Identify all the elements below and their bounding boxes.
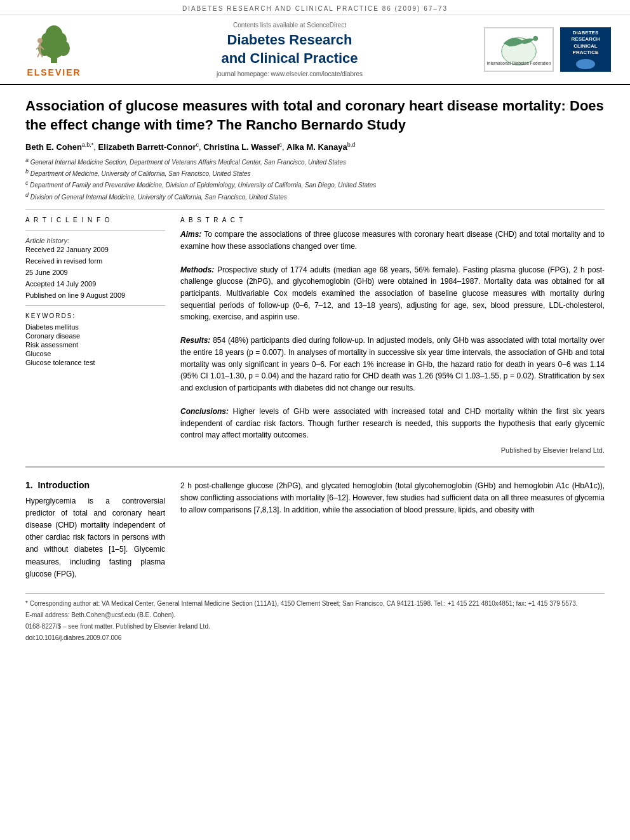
keywords-divider — [25, 305, 165, 306]
copyright-footnote: 0168-8227/$ – see front matter. Publishe… — [25, 622, 605, 632]
author-3-sup: c — [279, 142, 283, 148]
abstract-col: A B S T R A C T Aims: To compare the ass… — [180, 217, 605, 454]
abstract-heading: A B S T R A C T — [180, 217, 605, 223]
article-body: Association of glucose measures with tot… — [0, 85, 630, 657]
elsevier-logo-block: ELSEVIER — [13, 22, 95, 77]
abstract-text: Aims: To compare the associations of thr… — [180, 229, 605, 441]
elsevier-wordmark: ELSEVIER — [27, 67, 81, 77]
published-value: Published on line 9 August 2009 — [25, 291, 165, 299]
affil-c: c Department of Family and Preventive Me… — [25, 179, 605, 190]
journal-homepage: journal homepage: www.elsevier.com/locat… — [108, 70, 471, 77]
svg-point-15 — [533, 36, 538, 41]
divider-1 — [25, 210, 605, 210]
affil-b: b Department of Medicine, University of … — [25, 168, 605, 178]
drcp-logo: DIABETES RESEARCH CLINICAL PRACTICE — [560, 27, 611, 72]
keyword-3: Risk assessment — [25, 341, 165, 349]
elsevier-logo: ELSEVIER — [27, 22, 81, 77]
author-3: Christina L. Wassel — [203, 143, 279, 152]
svg-text:International Diabetes Federat: International Diabetes Federation — [487, 61, 551, 65]
article-info-col: A R T I C L E I N F O Article history: R… — [25, 217, 165, 454]
keyword-4: Glucose — [25, 350, 165, 357]
drcp-circle-icon — [576, 59, 595, 69]
results-label: Results: — [180, 336, 210, 345]
results-text: 854 (48%) participants died during follo… — [180, 336, 605, 392]
corresponding-footnote: * Corresponding author at: VA Medical Ce… — [25, 599, 605, 609]
affiliations: a General Internal Medicine Section, Dep… — [25, 156, 605, 202]
conclusions-text: Higher levels of GHb were associated wit… — [180, 407, 605, 439]
article-info-heading: A R T I C L E I N F O — [25, 217, 165, 223]
page: DIABETES RESEARCH AND CLINICAL PRACTICE … — [0, 0, 630, 840]
published-by: Published by Elsevier Ireland Ltd. — [180, 446, 605, 454]
accepted-value: Accepted 14 July 2009 — [25, 280, 165, 288]
intro-paragraph-1: Hyperglycemia is a controversial predict… — [25, 495, 165, 580]
email-footnote: E-mail address: Beth.Cohen@ucsf.edu (B.E… — [25, 610, 605, 620]
sciencedirect-note: Contents lists available at ScienceDirec… — [108, 22, 471, 29]
aims-label: Aims: — [180, 230, 201, 239]
article-info-abstract: A R T I C L E I N F O Article history: R… — [25, 217, 605, 454]
journal-title-block: Contents lists available at ScienceDirec… — [95, 22, 484, 77]
section-title: 1. Introduction — [25, 480, 165, 490]
revised-date: 25 June 2009 — [25, 269, 165, 276]
author-4: Alka M. Kanaya — [286, 143, 347, 152]
authors-line: Beth E. Cohena,b,*, Elizabeth Barrett-Co… — [25, 142, 605, 152]
affil-d: d Division of General Internal Medicine,… — [25, 191, 605, 202]
right-logos: International Diabetes Federation DIABET… — [484, 27, 611, 72]
revised-label: Received in revised form — [25, 257, 165, 265]
article-title: Association of glucose measures with tot… — [25, 97, 605, 134]
affil-a: a General Internal Medicine Section, Dep… — [25, 156, 605, 167]
journal-header-text: DIABETES RESEARCH AND CLINICAL PRACTICE … — [182, 5, 448, 12]
drcp-logo-text: DIABETES RESEARCH CLINICAL PRACTICE — [563, 30, 608, 57]
svg-point-6 — [57, 33, 67, 46]
idf-bird-icon: International Diabetes Federation — [485, 28, 553, 71]
svg-point-5 — [41, 33, 51, 46]
keyword-2: Coronary disease — [25, 332, 165, 340]
intro-right: 2 h post-challenge glucose (2hPG), and g… — [180, 480, 605, 580]
journal-header-bar: DIABETES RESEARCH AND CLINICAL PRACTICE … — [0, 0, 630, 15]
idf-logo: International Diabetes Federation — [484, 27, 554, 72]
intro-left: 1. Introduction Hyperglycemia is a contr… — [25, 480, 165, 580]
author-2: Elizabeth Barrett-Connor — [98, 143, 196, 152]
author-1: Beth E. Cohen — [25, 143, 82, 152]
article-info-divider — [25, 230, 165, 230]
journal-banner: ELSEVIER Contents lists available at Sci… — [0, 15, 630, 85]
history-label: Article history: — [25, 237, 165, 244]
author-1-sup: a,b,* — [82, 142, 94, 148]
introduction-section: 1. Introduction Hyperglycemia is a contr… — [25, 467, 605, 580]
methods-label: Methods: — [180, 265, 214, 274]
methods-text: Prospective study of 1774 adults (median… — [180, 265, 605, 321]
doi-footnote: doi:10.1016/j.diabres.2009.07.006 — [25, 633, 605, 643]
svg-point-7 — [37, 38, 43, 43]
aims-text: To compare the associations of three glu… — [180, 230, 605, 251]
keyword-5: Glucose tolerance test — [25, 359, 165, 366]
journal-title: Diabetes Research and Clinical Practice — [108, 31, 471, 67]
footnotes: * Corresponding author at: VA Medical Ce… — [25, 593, 605, 643]
received-value: Received 22 January 2009 — [25, 246, 165, 253]
author-2-sup: c — [196, 142, 199, 148]
elsevier-tree-icon — [29, 22, 79, 66]
intro-two-col: 1. Introduction Hyperglycemia is a contr… — [25, 480, 605, 580]
svg-line-11 — [37, 52, 40, 57]
conclusions-label: Conclusions: — [180, 407, 229, 416]
intro-paragraph-2: 2 h post-challenge glucose (2hPG), and g… — [180, 480, 605, 517]
keyword-1: Diabetes mellitus — [25, 323, 165, 331]
keywords-heading: Keywords: — [25, 312, 165, 319]
author-4-sup: b,d — [347, 142, 356, 148]
